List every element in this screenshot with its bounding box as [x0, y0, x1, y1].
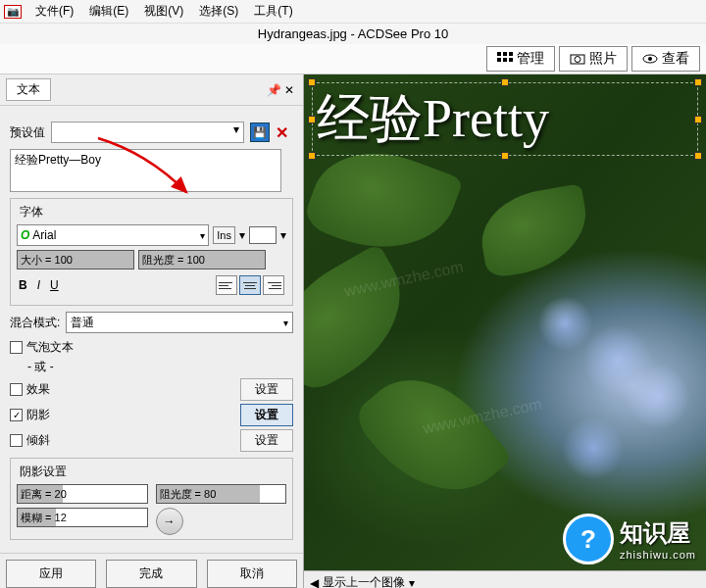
- effect-checkbox[interactable]: [10, 383, 23, 396]
- photo-button[interactable]: 照片: [559, 46, 628, 72]
- apply-button[interactable]: 应用: [6, 560, 96, 588]
- align-right-button[interactable]: [263, 275, 284, 295]
- text-overlay-box[interactable]: 经验Pretty: [312, 82, 698, 156]
- canvas-foot-label: 显示上一个图像: [323, 574, 405, 588]
- text-input[interactable]: 经验Pretty—Boy: [10, 149, 281, 192]
- or-label: - 或 -: [27, 359, 54, 375]
- shadow-settings-button[interactable]: 设置: [240, 404, 293, 426]
- skew-checkbox[interactable]: [10, 434, 23, 447]
- prev-image-button[interactable]: ◀: [310, 576, 319, 589]
- italic-button[interactable]: I: [37, 278, 40, 292]
- resize-handle[interactable]: [501, 78, 509, 86]
- image-canvas[interactable]: 经验Pretty www.wmzhe.com www.wmzhe.com ? 知…: [304, 74, 706, 588]
- resize-handle[interactable]: [308, 152, 316, 160]
- delete-preset-icon[interactable]: ✕: [276, 123, 293, 141]
- resize-handle[interactable]: [694, 116, 702, 123]
- shadow-opacity-slider[interactable]: 阻光度 = 80: [156, 484, 287, 504]
- skew-label: 倾斜: [26, 432, 50, 449]
- skew-settings-button[interactable]: 设置: [240, 429, 293, 452]
- preset-select[interactable]: [51, 122, 244, 143]
- font-group-label: 字体: [17, 204, 46, 220]
- blur-slider[interactable]: 模糊 = 12: [17, 508, 148, 527]
- font-family-select[interactable]: OArial▾: [17, 224, 209, 246]
- view-button[interactable]: 查看: [631, 46, 700, 72]
- effect-label: 效果: [26, 381, 50, 398]
- done-button[interactable]: 完成: [106, 560, 196, 588]
- svg-rect-2: [509, 52, 513, 56]
- svg-rect-3: [497, 58, 501, 62]
- align-center-button[interactable]: [239, 275, 261, 295]
- underline-button[interactable]: U: [50, 278, 59, 292]
- svg-rect-5: [509, 58, 513, 62]
- preset-label: 预设值: [10, 124, 45, 141]
- panel-close-icon[interactable]: ✕: [281, 82, 297, 98]
- app-icon: 📷: [4, 5, 22, 19]
- blend-label: 混合模式:: [10, 315, 60, 331]
- menu-tools[interactable]: 工具(T): [246, 1, 300, 22]
- text-color-swatch[interactable]: [249, 226, 277, 244]
- blend-mode-select[interactable]: 普通▾: [66, 312, 293, 333]
- align-left-button[interactable]: [216, 275, 237, 295]
- resize-handle[interactable]: [501, 152, 509, 160]
- svg-rect-0: [497, 52, 501, 56]
- color-dropdown[interactable]: ▾: [280, 228, 286, 242]
- svg-rect-4: [503, 58, 507, 62]
- resize-handle[interactable]: [694, 78, 702, 86]
- menu-file[interactable]: 文件(F): [27, 1, 81, 22]
- zhishiwu-badge: ? 知识屋zhishiwu.com: [563, 514, 696, 564]
- save-preset-icon[interactable]: 💾: [250, 122, 270, 142]
- insert-button[interactable]: Ins: [213, 226, 235, 244]
- cancel-button[interactable]: 取消: [207, 560, 297, 588]
- window-title: Hydrangeas.jpg - ACDSee Pro 10: [0, 24, 706, 44]
- insert-dropdown[interactable]: ▾: [239, 228, 245, 242]
- resize-handle[interactable]: [308, 78, 316, 86]
- bubble-checkbox[interactable]: [10, 341, 23, 354]
- svg-point-7: [575, 57, 580, 63]
- shadow-group-label: 阴影设置: [17, 464, 70, 480]
- shadow-checkbox[interactable]: ✓: [10, 409, 23, 421]
- distance-slider[interactable]: 距离 = 20: [17, 484, 148, 504]
- bubble-label: 气泡文本: [26, 339, 74, 356]
- bold-button[interactable]: B: [19, 278, 27, 292]
- effect-settings-button[interactable]: 设置: [240, 378, 293, 401]
- resize-handle[interactable]: [308, 116, 316, 123]
- menu-view[interactable]: 视图(V): [136, 1, 191, 22]
- zhishiwu-icon: ?: [563, 514, 614, 564]
- opacity-slider[interactable]: 阻光度 = 100: [138, 250, 266, 270]
- canvas-foot-dropdown[interactable]: ▾: [409, 576, 415, 589]
- shadow-direction-dial[interactable]: →: [156, 508, 183, 535]
- resize-handle[interactable]: [694, 152, 702, 160]
- shadow-label: 阴影: [26, 407, 50, 423]
- size-slider[interactable]: 大小 = 100: [17, 250, 134, 270]
- manage-button[interactable]: 管理: [486, 46, 555, 72]
- menu-select[interactable]: 选择(S): [191, 1, 246, 22]
- menu-edit[interactable]: 编辑(E): [81, 1, 136, 22]
- svg-point-9: [648, 57, 652, 61]
- overlay-text: 经验Pretty: [317, 83, 693, 155]
- pin-icon[interactable]: 📌: [266, 82, 281, 98]
- svg-rect-1: [503, 52, 507, 56]
- panel-tab-text[interactable]: 文本: [6, 78, 51, 101]
